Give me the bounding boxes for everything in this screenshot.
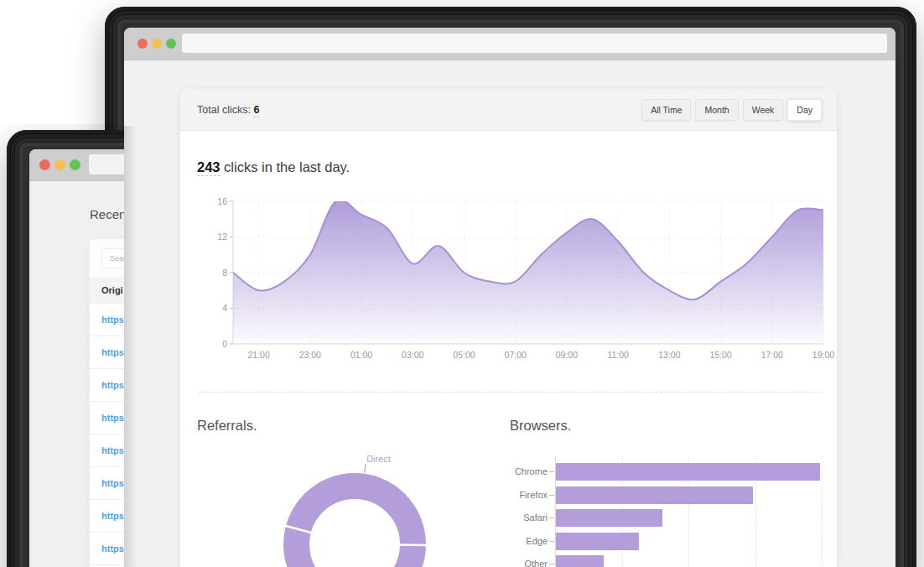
bar-tick-mark — [549, 471, 554, 472]
table-header: Origi — [90, 277, 124, 304]
x-tick-label: 15:00 — [709, 350, 731, 360]
table-row: https: — [90, 304, 124, 336]
zoom-window-button[interactable] — [166, 39, 176, 49]
close-window-button[interactable] — [138, 39, 148, 49]
referrals-heading: Referrals. — [197, 418, 257, 434]
zoom-window-button[interactable] — [70, 159, 80, 170]
bar-category-label: Other — [180, 555, 548, 567]
bar-row-other: Other — [180, 555, 823, 567]
table-row: https: — [90, 533, 124, 565]
y-tick-label: 4 — [222, 303, 227, 313]
bar-tick-mark — [549, 541, 554, 542]
bar-category-label: Chrome — [180, 463, 548, 481]
minimize-window-button[interactable] — [152, 39, 162, 49]
search-placeholder: Sear — [102, 249, 124, 268]
original-url-link[interactable]: https: — [90, 533, 124, 564]
original-url-link[interactable]: https: — [90, 500, 124, 532]
x-tick-label: 07:00 — [505, 350, 527, 360]
minimize-window-button[interactable] — [55, 159, 65, 170]
bar-category-label: Firefox — [180, 486, 548, 504]
section-divider — [199, 392, 822, 393]
bar-row-edge: Edge — [180, 533, 823, 550]
stats-card-header: Total clicks: 6 All TimeMonthWeekDay — [180, 89, 837, 131]
traffic-lights — [39, 159, 80, 170]
table-header-label: Origi — [90, 277, 124, 304]
headline-count: 243 — [197, 159, 221, 176]
browser-titlebar[interactable] — [29, 149, 124, 181]
x-tick-label: 17:00 — [761, 350, 783, 360]
links-page: Recen Sear Origi https:https:https:https… — [29, 180, 124, 567]
bar-segment-chrome — [556, 463, 820, 481]
x-tick-label: 23:00 — [299, 350, 321, 360]
bar-segment-edge — [556, 533, 639, 550]
links-browser-window: Recen Sear Origi https:https:https:https… — [29, 149, 124, 567]
y-tick-label: 0 — [222, 339, 227, 349]
filter-all-time-button[interactable]: All Time — [641, 99, 691, 121]
background-window-clip: Recen Sear Origi https:https:https:https… — [0, 124, 124, 567]
bar-segment-other — [556, 555, 604, 567]
window-cast-shadow — [124, 126, 138, 567]
total-clicks-value: 6 — [253, 104, 259, 117]
links-card: Sear Origi https:https:https:https:https… — [90, 239, 124, 567]
headline: 243 clicks in the last day. — [197, 159, 350, 175]
links-window-frame: Recen Sear Origi https:https:https:https… — [7, 130, 124, 567]
bar-row-chrome: Chrome — [180, 463, 823, 481]
headline-text: clicks in the last day. — [221, 159, 350, 174]
traffic-lights — [138, 39, 176, 49]
bar-row-safari: Safari — [180, 509, 823, 527]
desktop-stage: Total clicks: 6 All TimeMonthWeekDay 243… — [0, 0, 924, 567]
table-row: https: — [90, 369, 124, 402]
filter-week-button[interactable]: Week — [743, 99, 784, 121]
original-url-link[interactable]: https: — [90, 402, 124, 434]
original-url-link[interactable]: https: — [90, 467, 124, 499]
stats-card: Total clicks: 6 All TimeMonthWeekDay 243… — [180, 89, 837, 567]
bar-segment-safari — [556, 509, 662, 527]
table-row: https: — [90, 467, 124, 500]
x-tick-label: 03:00 — [402, 350, 423, 360]
filter-day-button[interactable]: Day — [787, 99, 822, 121]
clicks-area-chart-svg: 048121621:0023:0001:0003:0005:0007:0009:… — [180, 193, 837, 371]
y-tick-label: 12 — [217, 231, 227, 242]
browsers-heading: Browsers. — [510, 418, 571, 434]
bar-segment-firefox — [556, 486, 753, 504]
y-tick-label: 8 — [222, 268, 227, 278]
original-url-link[interactable]: https: — [90, 434, 124, 466]
x-tick-label: 09:00 — [556, 350, 578, 360]
x-tick-label: 01:00 — [350, 350, 372, 360]
url-bar[interactable] — [89, 154, 124, 174]
links-table-rows: https:https:https:https:https:https:http… — [90, 304, 124, 565]
table-row: https: — [90, 500, 124, 533]
x-tick-label: 19:00 — [812, 350, 834, 360]
table-row: https: — [90, 434, 124, 467]
table-row: https: — [90, 336, 124, 369]
bar-category-label: Edge — [180, 533, 548, 550]
original-url-link[interactable]: https: — [90, 304, 124, 336]
total-clicks: Total clicks: 6 — [197, 104, 259, 116]
bar-row-firefox: Firefox — [180, 486, 823, 504]
bar-tick-mark — [549, 518, 554, 518]
bar-category-label: Safari — [180, 509, 548, 527]
table-row: https: — [90, 402, 124, 434]
filter-month-button[interactable]: Month — [695, 99, 738, 121]
x-tick-label: 21:00 — [247, 350, 269, 360]
url-bar[interactable] — [182, 34, 887, 53]
x-tick-label: 05:00 — [453, 350, 475, 360]
original-url-link[interactable]: https: — [90, 369, 124, 401]
x-tick-label: 13:00 — [658, 350, 680, 360]
y-tick-label: 16 — [217, 196, 227, 206]
browsers-bar-chart: ChromeFirefoxSafariEdgeOther — [180, 446, 823, 567]
browser-titlebar[interactable] — [124, 28, 895, 60]
x-tick-label: 11:00 — [607, 350, 629, 360]
time-filters: All TimeMonthWeekDay — [641, 99, 822, 121]
close-window-button[interactable] — [39, 159, 50, 170]
original-url-link[interactable]: https: — [90, 336, 124, 368]
search-input[interactable]: Sear — [101, 248, 124, 268]
bar-tick-mark — [549, 564, 554, 564]
recent-links-heading: Recen — [90, 207, 124, 221]
total-clicks-label: Total clicks: — [197, 104, 251, 116]
bar-tick-mark — [549, 495, 554, 496]
